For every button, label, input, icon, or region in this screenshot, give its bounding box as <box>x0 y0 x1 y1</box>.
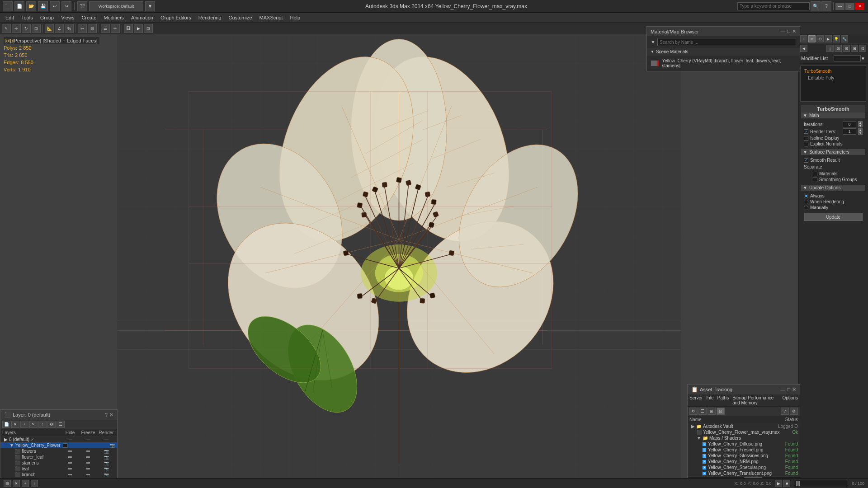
layer-add-selected-btn[interactable]: + <box>20 421 28 428</box>
layer-row-leaf[interactable]: ⬛ leaf 📷 <box>0 466 117 472</box>
layer-manager[interactable]: ☰ <box>101 24 110 33</box>
asset-list-view[interactable]: ☰ <box>698 408 707 415</box>
mat-maximize-btn[interactable]: □ <box>787 28 790 34</box>
menu-modifiers[interactable]: Modifiers <box>100 14 127 21</box>
sb-tool-3[interactable]: + <box>22 480 29 487</box>
asset-row-glossines[interactable]: ▪ Yellow_Cherry_Glossines.png Found <box>688 453 800 459</box>
asset-menu-file[interactable]: File <box>706 395 713 405</box>
menu-views[interactable]: Views <box>57 14 78 21</box>
layer-row-yellow-cherry[interactable]: ▼ Yellow_Cherry_Flower 📷 <box>0 442 117 448</box>
viewport[interactable]: Total Polys: 2 850 Tris: 2 850 Edges: 8 … <box>0 34 798 488</box>
asset-settings-btn[interactable]: ⚙ <box>790 408 798 415</box>
workspace-dropdown[interactable]: Workspace: Default <box>89 1 143 11</box>
object-paint[interactable]: ✏ <box>111 24 120 33</box>
percent-snap[interactable]: % <box>65 24 74 33</box>
save-btn[interactable]: 💾 <box>38 1 48 11</box>
ts-manually-radio[interactable] <box>804 206 808 210</box>
ts-surface-header[interactable]: ▼ Surface Parameters <box>801 149 865 155</box>
modifier-editablepoly[interactable]: Editable Poly <box>802 75 864 81</box>
hierarchy-tab[interactable]: ⊡ <box>816 35 824 42</box>
menu-graph-editors[interactable]: Graph Editors <box>157 14 195 21</box>
open-btn[interactable]: 📂 <box>26 1 36 11</box>
layer-collapse-btn[interactable]: ☰ <box>57 421 65 428</box>
app-icon[interactable]: ⬛ <box>3 1 13 11</box>
ts-materials-checkbox[interactable] <box>813 172 817 176</box>
asset-thumb-view[interactable]: ⊡ <box>717 408 725 415</box>
asset-menu-server[interactable]: Server <box>689 395 703 405</box>
align-tool[interactable]: ⊞ <box>88 24 97 33</box>
ts-update-btn[interactable]: Update <box>804 213 863 221</box>
new-btn[interactable]: 📄 <box>14 1 24 11</box>
select-tool[interactable]: ↖ <box>2 24 11 33</box>
create-tab[interactable]: + <box>800 35 807 42</box>
move-tool[interactable]: ✛ <box>12 24 21 33</box>
asset-maximize-btn[interactable]: □ <box>787 387 790 393</box>
maximize-btn[interactable]: □ <box>845 3 854 10</box>
snap-toggle[interactable]: 📐 <box>45 24 54 33</box>
asset-row-diffuse[interactable]: ▪ Yellow_Cherry_Diffuse.png Found <box>688 441 800 447</box>
layer-row-stamens[interactable]: ⬛ stamens 📷 <box>0 460 117 466</box>
layer-row-flowers[interactable]: ⬛ flowers 📷 <box>0 448 117 454</box>
help-btn[interactable]: ? <box>821 1 831 11</box>
ts-main-header[interactable]: ▼ Main <box>801 113 865 118</box>
menu-maxscript[interactable]: MAXScript <box>256 14 287 21</box>
rp-icon-4[interactable]: ⊞ <box>851 45 858 52</box>
asset-detail-view[interactable]: ⊞ <box>708 408 716 415</box>
scale-tool[interactable]: ⊡ <box>32 24 41 33</box>
asset-refresh-btn[interactable]: ↺ <box>689 408 698 415</box>
render-frame[interactable]: ▶ <box>134 24 143 33</box>
asset-row-maps[interactable]: ▼ 📁 Maps / Shaders <box>688 435 800 441</box>
layer-new-btn[interactable]: 📄 <box>2 421 10 428</box>
menu-help[interactable]: Help <box>287 14 304 21</box>
asset-close-btn[interactable]: ✕ <box>792 387 796 393</box>
asset-row-fresnel[interactable]: ▪ Yellow_Cherry_Fresnel.png Found <box>688 447 800 453</box>
mat-close-btn[interactable]: ✕ <box>792 28 796 34</box>
utilities-tab[interactable]: 🔧 <box>841 35 848 42</box>
layers-close-btn[interactable]: ✕ <box>109 412 113 418</box>
mirror-tool[interactable]: ⇔ <box>78 24 87 33</box>
search-input[interactable] <box>737 2 810 10</box>
rp-icon-5[interactable]: ⊡ <box>859 45 866 52</box>
ts-explicit-checkbox[interactable] <box>804 142 808 146</box>
ts-render-iters-input[interactable] <box>843 128 856 135</box>
ts-iter-up[interactable]: ▲ <box>858 121 863 124</box>
anim-play-btn[interactable]: ▶ <box>775 480 782 487</box>
sb-tool-2[interactable]: ✕ <box>13 480 20 487</box>
render-active[interactable]: ⊡ <box>144 24 153 33</box>
asset-help-btn[interactable]: ? <box>781 408 789 415</box>
mat-minimize-btn[interactable]: — <box>780 28 785 34</box>
angle-snap[interactable]: ∠ <box>55 24 64 33</box>
asset-row-translucent[interactable]: ▪ Yellow_Cherry_Translucent.png Found <box>688 470 800 476</box>
ts-smooth-result-checkbox[interactable] <box>804 158 808 163</box>
modifier-dropdown[interactable] <box>834 55 861 61</box>
ts-render-down[interactable]: ▼ <box>858 131 863 135</box>
minimize-btn[interactable]: — <box>835 3 844 10</box>
modifier-turbosmooth[interactable]: TurboSmooth <box>802 68 864 75</box>
mat-search-input[interactable] <box>657 38 796 46</box>
sb-tool-1[interactable]: ⊞ <box>4 480 11 487</box>
frame-slider[interactable] <box>794 480 848 487</box>
ts-update-header[interactable]: ▼ Update Options <box>801 185 865 191</box>
layer-settings-btn[interactable]: ⚙ <box>47 421 56 428</box>
rp-icon-1[interactable]: | <box>826 45 834 52</box>
ts-always-radio[interactable] <box>804 194 808 198</box>
anim-stop-btn[interactable]: ■ <box>783 480 790 487</box>
layer-select-btn[interactable]: ↖ <box>29 421 38 428</box>
asset-minimize-btn[interactable]: — <box>780 387 785 393</box>
menu-rendering[interactable]: Rendering <box>195 14 225 21</box>
rp-icon-3[interactable]: ⊟ <box>843 45 850 52</box>
menu-animation[interactable]: Animation <box>127 14 157 21</box>
layer-move-btn[interactable]: ↑ <box>38 421 47 428</box>
layer-row-branch[interactable]: ⬛ branch 📷 <box>0 472 117 478</box>
asset-menu-bitmap[interactable]: Bitmap Performance and Memory <box>732 395 778 405</box>
menu-edit[interactable]: Edit <box>2 14 18 21</box>
rp-arrow-left[interactable]: ◀ <box>800 45 807 52</box>
menu-group[interactable]: Group <box>37 14 58 21</box>
close-btn[interactable]: ✕ <box>855 3 864 10</box>
motion-tab[interactable]: ▶ <box>825 35 832 42</box>
rp-icon-2[interactable]: ⊡ <box>835 45 842 52</box>
layer-delete-btn[interactable]: ✕ <box>11 421 19 428</box>
asset-row-nrm[interactable]: ▪ Yellow_Cherry_NRM.png Found <box>688 459 800 465</box>
asset-menu-options[interactable]: Options <box>783 395 798 405</box>
asset-row-max-file[interactable]: ⬛ Yellow_Cherry_Flower_max_vray.max Ok <box>688 429 800 435</box>
